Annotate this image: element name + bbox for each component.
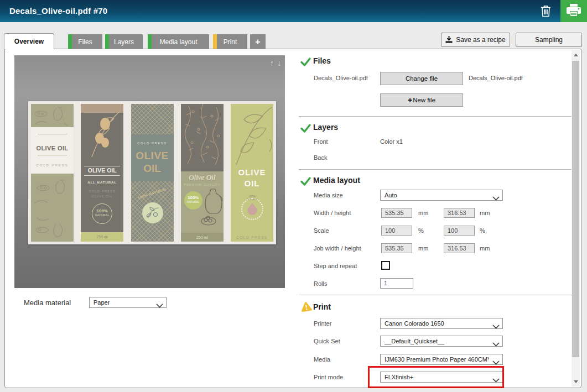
tab-media-layout[interactable]: Media layout <box>148 34 209 49</box>
quick-set-dropdown[interactable]: __Default_Quickset__ <box>380 336 503 347</box>
media-label: Media <box>314 356 330 363</box>
section-divider <box>299 169 574 170</box>
media-material-row: Media material Paper <box>24 297 101 309</box>
olive-sprig-icon <box>142 202 163 223</box>
media-layout-section-heading: Media layout <box>313 176 360 185</box>
tab-overview[interactable]: Overview <box>4 33 54 49</box>
sampling-button[interactable]: Sampling <box>516 33 582 47</box>
flip-up-arrow[interactable]: ↑ <box>270 59 274 67</box>
step-and-repeat-label: Step and repeat <box>314 263 357 269</box>
save-as-recipe-label: Save as a recipe <box>456 36 505 44</box>
plus-icon: + <box>255 37 260 47</box>
job-width-input[interactable]: 535.35 <box>381 243 412 253</box>
chevron-down-icon <box>492 321 500 326</box>
label4-brand-text: Olive Oil <box>181 174 224 181</box>
print-mode-dropdown[interactable]: FLXfinish+ <box>380 372 503 383</box>
decor-rule <box>38 155 67 155</box>
media-size-dropdown[interactable]: Auto <box>380 190 503 201</box>
layers-ok-check-icon <box>300 124 311 134</box>
quick-set-value: __Default_Quickset__ <box>385 336 489 346</box>
badge-top-text: 100% <box>184 195 202 200</box>
label-panel-5: OLIVE OIL 100% NATURAL COLD PRESS <box>231 104 273 242</box>
flip-down-arrow[interactable]: ↓ <box>277 59 281 67</box>
label3-word2: OIL <box>131 163 174 175</box>
save-as-recipe-button[interactable]: Save as a recipe <box>441 33 510 47</box>
trash-icon <box>540 4 552 19</box>
print-mode-label: Print mode <box>314 374 343 380</box>
settings-panel: Files Decals_Olive-oil.pdf Change file D… <box>294 49 577 388</box>
print-mode-value: FLXfinish+ <box>385 372 489 382</box>
media-dropdown[interactable]: IJM630 Premium Photo Paper 460CMYKSS-8 <box>380 354 503 365</box>
label4-volume: 250 ml <box>181 236 224 240</box>
media-material-dropdown[interactable]: Paper <box>89 297 167 308</box>
chevron-down-icon <box>492 375 500 380</box>
width-input[interactable]: 535.35 <box>381 208 412 218</box>
tab-overview-label: Overview <box>14 38 44 45</box>
media-material-value: Paper <box>93 297 153 307</box>
job-height-unit: mm <box>480 245 490 252</box>
step-and-repeat-checkbox[interactable] <box>381 261 390 270</box>
files-ok-check-icon <box>300 58 311 67</box>
scrollbar-thumb[interactable] <box>572 61 579 357</box>
tab-layers[interactable]: Layers <box>105 34 143 49</box>
scroll-down-button[interactable] <box>572 377 580 386</box>
tab-layers-status-indicator <box>105 34 109 49</box>
triangle-up-icon <box>574 54 578 56</box>
rolls-input[interactable]: 1 <box>380 278 413 289</box>
label4-natural-badge: 100% NATURAL <box>184 191 202 210</box>
scale-y-input[interactable]: 100 <box>444 226 475 236</box>
tab-print-status-indicator <box>213 34 217 49</box>
scale-x-input[interactable]: 100 <box>381 226 412 236</box>
media-layout-ok-check-icon <box>300 177 311 187</box>
label2-natural-badge: 100% NATURAL <box>92 203 112 224</box>
files-section-heading: Files <box>313 56 331 65</box>
printer-dropdown[interactable]: Canon Colorado 1650 <box>380 318 503 329</box>
chevron-down-icon <box>492 357 500 362</box>
label1-white-band: OLIVE OIL COLD PRESS <box>31 127 74 174</box>
scale-label: Scale <box>314 227 329 234</box>
job-width-unit: mm <box>418 245 428 252</box>
layers-section-heading: Layers <box>313 123 338 132</box>
print-job-button[interactable] <box>560 0 587 22</box>
save-recipe-icon <box>445 35 453 45</box>
print-section-heading: Print <box>313 302 331 311</box>
label5-word2: OIL <box>231 179 273 189</box>
layers-front-label: Front <box>314 138 328 145</box>
scale-y-unit: % <box>480 227 485 234</box>
label2-line2: COLD PRESS <box>81 190 123 194</box>
label2-line3: OLIVE OIL <box>81 195 123 198</box>
label-panel-1: OLIVE OIL COLD PRESS <box>31 104 74 242</box>
overview-pane: ↑ ↓ OLIVE OIL <box>4 49 581 388</box>
sampling-label: Sampling <box>535 36 563 44</box>
tab-files-label: Files <box>78 38 92 46</box>
job-width-height-label: Job width / height <box>314 245 361 252</box>
tab-print[interactable]: Print <box>213 34 247 49</box>
new-file-button[interactable]: + New file <box>380 93 463 107</box>
add-tab-button[interactable]: + <box>250 34 266 49</box>
width-unit: mm <box>418 210 428 216</box>
section-divider <box>299 116 574 117</box>
tab-layers-label: Layers <box>114 38 134 46</box>
media-value: IJM630 Premium Photo Paper 460CMYKSS-8 <box>385 354 489 364</box>
height-unit: mm <box>480 210 490 216</box>
layers-back-label: Back <box>314 154 327 161</box>
plus-icon: + <box>408 96 412 104</box>
delete-job-button[interactable] <box>538 4 553 19</box>
label4-sub-text: PREMIUM QUALITY <box>181 183 224 186</box>
new-file-label: New file <box>413 97 435 103</box>
label2-line1: ALL NATURAL <box>81 181 123 185</box>
label-panel-4: Olive Oil PREMIUM QUALITY 100% NATURAL 2… <box>181 104 224 242</box>
change-file-button[interactable]: Change file <box>380 72 463 85</box>
label5-drop-badge <box>241 198 263 220</box>
oil-drop-icon <box>247 203 257 215</box>
scroll-up-button[interactable] <box>572 50 580 60</box>
job-height-input[interactable]: 316.53 <box>444 243 475 253</box>
badge-top-text: 100% <box>92 208 112 213</box>
chevron-down-icon <box>492 339 500 344</box>
preview-arrows: ↑ ↓ <box>270 59 281 67</box>
badge-bottom-text: NATURAL <box>184 200 202 203</box>
height-input[interactable]: 316.53 <box>444 208 475 218</box>
tab-files[interactable]: Files <box>68 34 102 49</box>
settings-scrollbar[interactable] <box>572 50 580 386</box>
artwork-sheet: OLIVE OIL COLD PRESS OLIVE OIL ALL NATUR… <box>28 101 276 244</box>
